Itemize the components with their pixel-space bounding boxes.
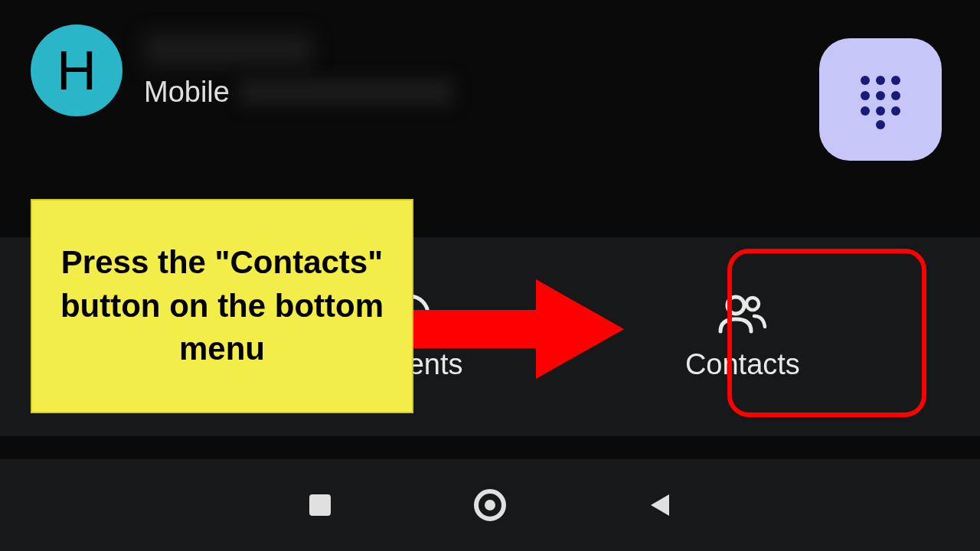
svg-point-5: [891, 91, 900, 100]
svg-point-7: [876, 106, 885, 116]
triangle-back-icon: [646, 491, 674, 519]
contacts-icon: [716, 293, 769, 336]
svg-marker-15: [413, 279, 624, 379]
svg-point-6: [861, 106, 870, 116]
svg-point-4: [876, 91, 885, 100]
svg-point-9: [876, 120, 885, 129]
home-button[interactable]: [472, 487, 508, 523]
svg-point-2: [891, 76, 900, 85]
svg-rect-16: [309, 494, 331, 516]
circle-icon: [472, 487, 508, 523]
dialpad-icon: [850, 69, 911, 130]
back-button[interactable]: [646, 491, 674, 519]
svg-point-1: [876, 76, 885, 85]
svg-point-8: [891, 106, 900, 116]
annotation-arrow-icon: [413, 268, 628, 390]
dialpad-button[interactable]: [819, 38, 942, 161]
contact-number-redacted: [239, 78, 453, 106]
nav-contacts-label: Contacts: [685, 348, 800, 381]
svg-point-3: [861, 91, 870, 100]
svg-marker-19: [651, 494, 669, 516]
annotation-callout: Press the "Contacts" button on the botto…: [31, 199, 413, 413]
contact-avatar: H: [31, 24, 122, 116]
svg-point-18: [485, 500, 495, 510]
contact-type-label: Mobile: [144, 76, 230, 109]
svg-point-13: [727, 297, 744, 314]
android-system-nav: [0, 459, 980, 551]
contact-name-redacted: [144, 33, 312, 67]
svg-point-0: [861, 76, 870, 85]
annotation-text: Press the "Contacts" button on the botto…: [51, 241, 394, 371]
recent-apps-button[interactable]: [306, 491, 334, 519]
square-icon: [306, 491, 334, 519]
svg-point-14: [746, 298, 759, 310]
nav-contacts-tab[interactable]: Contacts: [667, 279, 818, 395]
